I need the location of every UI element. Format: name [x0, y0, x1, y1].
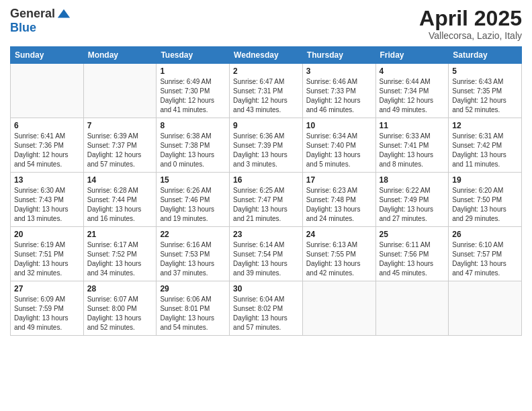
day-number: 7: [87, 121, 153, 130]
day-number: 2: [233, 66, 299, 76]
day-info: Sunrise: 6:23 AM Sunset: 7:48 PM Dayligh…: [306, 186, 372, 224]
location-title: Vallecorsa, Lazio, Italy: [419, 30, 522, 41]
day-info: Sunrise: 6:31 AM Sunset: 7:42 PM Dayligh…: [452, 132, 518, 169]
month-title: April 2025: [419, 7, 522, 30]
day-number: 20: [14, 230, 80, 239]
calendar-cell: 15Sunrise: 6:26 AM Sunset: 7:46 PM Dayli…: [157, 173, 230, 227]
day-number: 9: [233, 121, 299, 130]
day-number: 21: [87, 230, 153, 239]
calendar-cell: 25Sunrise: 6:11 AM Sunset: 7:56 PM Dayli…: [375, 227, 449, 281]
day-number: 5: [452, 66, 518, 76]
day-info: Sunrise: 6:47 AM Sunset: 7:31 PM Dayligh…: [233, 77, 299, 115]
calendar-cell: 3Sunrise: 6:46 AM Sunset: 7:33 PM Daylig…: [302, 64, 375, 118]
day-info: Sunrise: 6:11 AM Sunset: 7:56 PM Dayligh…: [380, 240, 445, 278]
calendar-cell: 5Sunrise: 6:43 AM Sunset: 7:35 PM Daylig…: [449, 64, 522, 118]
calendar-week-row: 6Sunrise: 6:41 AM Sunset: 7:36 PM Daylig…: [11, 118, 522, 173]
calendar-cell: 12Sunrise: 6:31 AM Sunset: 7:42 PM Dayli…: [449, 118, 522, 173]
calendar-cell: [302, 281, 375, 336]
calendar-week-row: 27Sunrise: 6:09 AM Sunset: 7:59 PM Dayli…: [11, 281, 522, 336]
day-info: Sunrise: 6:16 AM Sunset: 7:53 PM Dayligh…: [160, 240, 226, 278]
weekday-header: Monday: [83, 47, 157, 64]
day-info: Sunrise: 6:26 AM Sunset: 7:46 PM Dayligh…: [160, 186, 226, 224]
calendar-cell: 16Sunrise: 6:25 AM Sunset: 7:47 PM Dayli…: [230, 173, 303, 227]
weekday-header: Friday: [375, 47, 449, 64]
calendar-cell: 22Sunrise: 6:16 AM Sunset: 7:53 PM Dayli…: [157, 227, 230, 281]
day-number: 13: [14, 175, 80, 185]
calendar-cell: 28Sunrise: 6:07 AM Sunset: 8:00 PM Dayli…: [83, 281, 157, 336]
day-info: Sunrise: 6:14 AM Sunset: 7:54 PM Dayligh…: [233, 240, 299, 278]
day-info: Sunrise: 6:28 AM Sunset: 7:44 PM Dayligh…: [87, 186, 153, 224]
day-number: 30: [233, 284, 299, 293]
calendar-cell: 8Sunrise: 6:38 AM Sunset: 7:38 PM Daylig…: [157, 118, 230, 173]
calendar-cell: 4Sunrise: 6:44 AM Sunset: 7:34 PM Daylig…: [375, 64, 449, 118]
calendar-cell: 30Sunrise: 6:04 AM Sunset: 8:02 PM Dayli…: [230, 281, 303, 336]
day-info: Sunrise: 6:10 AM Sunset: 7:57 PM Dayligh…: [452, 240, 518, 278]
day-info: Sunrise: 6:13 AM Sunset: 7:55 PM Dayligh…: [306, 240, 372, 278]
day-info: Sunrise: 6:19 AM Sunset: 7:51 PM Dayligh…: [14, 240, 80, 278]
calendar-cell: 20Sunrise: 6:19 AM Sunset: 7:51 PM Dayli…: [11, 227, 84, 281]
calendar-cell: 18Sunrise: 6:22 AM Sunset: 7:49 PM Dayli…: [375, 173, 449, 227]
calendar-table: SundayMondayTuesdayWednesdayThursdayFrid…: [10, 46, 522, 336]
weekday-header: Sunday: [11, 47, 84, 64]
day-number: 25: [380, 230, 445, 239]
day-info: Sunrise: 6:46 AM Sunset: 7:33 PM Dayligh…: [306, 77, 372, 115]
day-info: Sunrise: 6:49 AM Sunset: 7:30 PM Dayligh…: [160, 77, 226, 115]
day-number: 18: [380, 175, 445, 185]
calendar-cell: 14Sunrise: 6:28 AM Sunset: 7:44 PM Dayli…: [83, 173, 157, 227]
day-number: 8: [160, 121, 226, 130]
day-number: 27: [14, 284, 80, 293]
logo-blue-text: Blue: [10, 21, 36, 34]
page: General Blue April 2025 Vallecorsa, Lazi…: [0, 0, 532, 411]
calendar-cell: 10Sunrise: 6:34 AM Sunset: 7:40 PM Dayli…: [302, 118, 375, 173]
calendar-header-row: SundayMondayTuesdayWednesdayThursdayFrid…: [11, 47, 522, 64]
day-number: 28: [87, 284, 153, 293]
calendar-cell: [375, 281, 449, 336]
weekday-header: Tuesday: [157, 47, 230, 64]
day-number: 14: [87, 175, 153, 185]
calendar-cell: 2Sunrise: 6:47 AM Sunset: 7:31 PM Daylig…: [230, 64, 303, 118]
calendar-week-row: 20Sunrise: 6:19 AM Sunset: 7:51 PM Dayli…: [11, 227, 522, 281]
calendar-cell: 11Sunrise: 6:33 AM Sunset: 7:41 PM Dayli…: [375, 118, 449, 173]
calendar-cell: 27Sunrise: 6:09 AM Sunset: 7:59 PM Dayli…: [11, 281, 84, 336]
day-info: Sunrise: 6:44 AM Sunset: 7:34 PM Dayligh…: [380, 77, 445, 115]
day-info: Sunrise: 6:09 AM Sunset: 7:59 PM Dayligh…: [14, 295, 80, 332]
calendar-cell: 26Sunrise: 6:10 AM Sunset: 7:57 PM Dayli…: [449, 227, 522, 281]
calendar-cell: 1Sunrise: 6:49 AM Sunset: 7:30 PM Daylig…: [157, 64, 230, 118]
svg-marker-0: [58, 9, 70, 18]
calendar-cell: 6Sunrise: 6:41 AM Sunset: 7:36 PM Daylig…: [11, 118, 84, 173]
day-number: 6: [14, 121, 80, 130]
logo-icon: [56, 7, 71, 21]
day-number: 23: [233, 230, 299, 239]
logo: General Blue: [10, 7, 71, 35]
calendar-cell: 9Sunrise: 6:36 AM Sunset: 7:39 PM Daylig…: [230, 118, 303, 173]
day-info: Sunrise: 6:07 AM Sunset: 8:00 PM Dayligh…: [87, 295, 153, 332]
calendar-cell: 19Sunrise: 6:20 AM Sunset: 7:50 PM Dayli…: [449, 173, 522, 227]
day-info: Sunrise: 6:25 AM Sunset: 7:47 PM Dayligh…: [233, 186, 299, 224]
weekday-header: Wednesday: [230, 47, 303, 64]
header: General Blue April 2025 Vallecorsa, Lazi…: [10, 7, 522, 41]
day-number: 16: [233, 175, 299, 185]
calendar-cell: 7Sunrise: 6:39 AM Sunset: 7:37 PM Daylig…: [83, 118, 157, 173]
calendar-cell: [83, 64, 157, 118]
calendar-week-row: 13Sunrise: 6:30 AM Sunset: 7:43 PM Dayli…: [11, 173, 522, 227]
calendar-cell: 21Sunrise: 6:17 AM Sunset: 7:52 PM Dayli…: [83, 227, 157, 281]
weekday-header: Thursday: [302, 47, 375, 64]
day-info: Sunrise: 6:38 AM Sunset: 7:38 PM Dayligh…: [160, 132, 226, 169]
weekday-header: Saturday: [449, 47, 522, 64]
day-number: 22: [160, 230, 226, 239]
day-info: Sunrise: 6:43 AM Sunset: 7:35 PM Dayligh…: [452, 77, 518, 115]
calendar-cell: [11, 64, 84, 118]
day-info: Sunrise: 6:41 AM Sunset: 7:36 PM Dayligh…: [14, 132, 80, 169]
calendar-cell: 29Sunrise: 6:06 AM Sunset: 8:01 PM Dayli…: [157, 281, 230, 336]
day-number: 11: [380, 121, 445, 130]
calendar-cell: 24Sunrise: 6:13 AM Sunset: 7:55 PM Dayli…: [302, 227, 375, 281]
calendar-week-row: 1Sunrise: 6:49 AM Sunset: 7:30 PM Daylig…: [11, 64, 522, 118]
day-info: Sunrise: 6:33 AM Sunset: 7:41 PM Dayligh…: [380, 132, 445, 169]
day-number: 19: [452, 175, 518, 185]
logo-general-text: General: [10, 7, 55, 21]
day-number: 17: [306, 175, 372, 185]
day-info: Sunrise: 6:36 AM Sunset: 7:39 PM Dayligh…: [233, 132, 299, 169]
calendar-cell: [449, 281, 522, 336]
day-info: Sunrise: 6:20 AM Sunset: 7:50 PM Dayligh…: [452, 186, 518, 224]
day-number: 29: [160, 284, 226, 293]
